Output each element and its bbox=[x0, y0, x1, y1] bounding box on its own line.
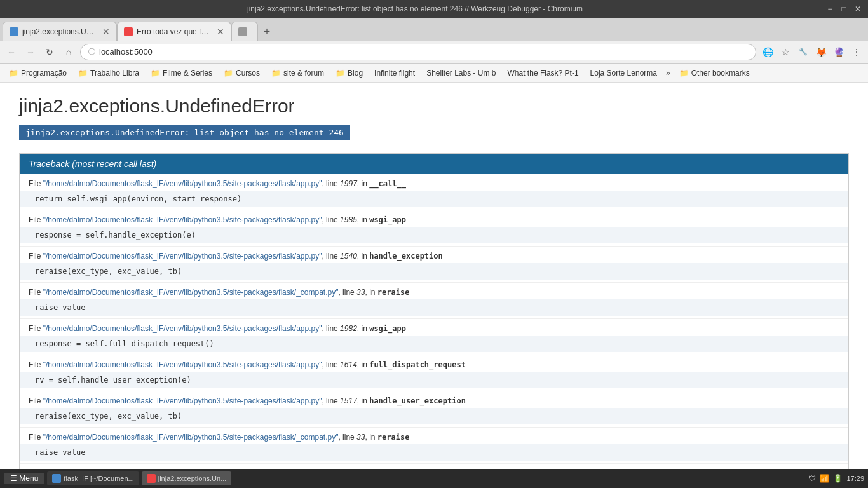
tab-close-1[interactable]: ✕ bbox=[102, 27, 110, 37]
traceback-file-0: File "/home/dalmo/Documentos/flask_IF/ve… bbox=[20, 174, 848, 191]
taskbar-item-1[interactable]: flask_IF [~/Documen... bbox=[47, 471, 139, 485]
bookmark-label-other: Other bookmarks bbox=[691, 69, 750, 78]
forward-button[interactable]: → bbox=[23, 44, 38, 60]
traceback-entry-4: File "/home/dalmo/Documentos/flask_IF/ve… bbox=[20, 319, 848, 355]
traceback-func-0: __call__ bbox=[369, 179, 406, 188]
address-field[interactable]: ⓘ localhost:5000 bbox=[80, 44, 756, 60]
traceback-code-3: raise value bbox=[20, 299, 848, 316]
traceback-file-6: File "/home/dalmo/Documentos/flask_IF/ve… bbox=[20, 391, 848, 408]
menu-icon[interactable]: ⋮ bbox=[849, 44, 864, 60]
traceback-file-link-6[interactable]: "/home/dalmo/Documentos/flask_IF/venv/li… bbox=[43, 396, 322, 405]
tab-favicon-1 bbox=[10, 27, 18, 36]
bookmark-star-icon[interactable]: ☆ bbox=[778, 44, 793, 60]
new-tab-button[interactable]: + bbox=[258, 23, 276, 41]
bookmark-label-4: Cursos bbox=[236, 69, 260, 78]
extension-icon-3[interactable]: 🔮 bbox=[831, 44, 846, 60]
url-text: localhost:5000 bbox=[99, 47, 153, 57]
maximize-button[interactable]: □ bbox=[839, 4, 849, 14]
bookmark-loja[interactable]: Loja Sorte Lenorma bbox=[585, 67, 662, 79]
bookmark-blog[interactable]: 📁 Blog bbox=[330, 67, 368, 79]
traceback-entry-1: File "/home/dalmo/Documentos/flask_IF/ve… bbox=[20, 210, 848, 247]
taskbar-item-2[interactable]: jinja2.exceptions.Un... bbox=[142, 471, 232, 485]
traceback-file-3: File "/home/dalmo/Documentos/flask_IF/ve… bbox=[20, 283, 848, 299]
bookmark-trabalho[interactable]: 📁 Trabalho Libra bbox=[73, 67, 144, 79]
error-title: jinja2.exceptions.UndefinedError bbox=[19, 95, 849, 117]
system-tray: 🛡 📶 🔋 17:29 bbox=[808, 474, 864, 483]
close-button[interactable]: ✕ bbox=[853, 4, 863, 14]
minimize-button[interactable]: − bbox=[825, 4, 835, 14]
address-bar-row: ← → ↻ ⌂ ⓘ localhost:5000 🌐 ☆ 🔧 🦊 🔮 ⋮ bbox=[0, 41, 868, 64]
traceback-line-6: 1517 bbox=[340, 396, 357, 405]
bookmark-programacao[interactable]: 📁 Programação bbox=[4, 67, 72, 79]
traceback-header: Traceback (most recent call last) bbox=[20, 154, 848, 174]
bookmark-site[interactable]: 📁 site & forum bbox=[266, 67, 329, 79]
traceback-func-1: wsgi_app bbox=[369, 215, 406, 224]
tab-title-1: jinja2.exceptions.Unde bbox=[22, 27, 97, 36]
bookmark-label-8: Shellter Labs - Um b bbox=[426, 69, 496, 78]
taskbar: ☰ Menu flask_IF [~/Documen... jinja2.exc… bbox=[0, 469, 868, 488]
traceback-file-4: File "/home/dalmo/Documentos/flask_IF/ve… bbox=[20, 319, 848, 336]
bookmark-label-6: Blog bbox=[348, 69, 363, 78]
traceback-file-link-3[interactable]: "/home/dalmo/Documentos/flask_IF/venv/li… bbox=[43, 288, 339, 297]
traceback-file-link-2[interactable]: "/home/dalmo/Documentos/flask_IF/venv/li… bbox=[43, 252, 322, 261]
traceback-file-link-0[interactable]: "/home/dalmo/Documentos/flask_IF/venv/li… bbox=[43, 179, 322, 188]
bookmarks-overflow[interactable]: » bbox=[663, 67, 673, 79]
home-button[interactable]: ⌂ bbox=[61, 44, 76, 60]
battery-tray-icon: 🔋 bbox=[833, 474, 843, 483]
traceback-code-4: response = self.full_dispatch_request() bbox=[20, 336, 848, 352]
back-button[interactable]: ← bbox=[4, 44, 19, 60]
taskbar-label-2: jinja2.exceptions.Un... bbox=[158, 475, 227, 482]
traceback-func-6: handle_user_exception bbox=[369, 396, 466, 405]
tab-favicon-3 bbox=[238, 27, 247, 36]
translate-icon[interactable]: 🌐 bbox=[760, 44, 775, 60]
bookmark-shellter[interactable]: Shellter Labs - Um b bbox=[421, 67, 501, 79]
bookmark-infinite-flight[interactable]: Infinite flight bbox=[369, 67, 420, 79]
traceback-line-4: 1982 bbox=[340, 324, 357, 333]
traceback-line-2: 1540 bbox=[340, 252, 357, 261]
traceback-func-3: reraise bbox=[377, 288, 410, 297]
network-tray-icon: 📶 bbox=[820, 474, 829, 483]
traceback-file-link-1[interactable]: "/home/dalmo/Documentos/flask_IF/venv/li… bbox=[43, 215, 322, 224]
traceback-file-link-5[interactable]: "/home/dalmo/Documentos/flask_IF/venv/li… bbox=[43, 360, 322, 369]
tab-favicon-2 bbox=[124, 27, 133, 36]
traceback-code-2: reraise(exc_type, exc_value, tb) bbox=[20, 263, 848, 280]
start-button[interactable]: ☰ Menu bbox=[4, 473, 44, 484]
traceback-file-link-7[interactable]: "/home/dalmo/Documentos/flask_IF/venv/li… bbox=[43, 433, 339, 442]
folder-icon-1: 📁 bbox=[9, 69, 18, 78]
traceback-entry-5: File "/home/dalmo/Documentos/flask_IF/ve… bbox=[20, 355, 848, 391]
traceback-file-link-4[interactable]: "/home/dalmo/Documentos/flask_IF/venv/li… bbox=[43, 324, 322, 333]
traceback-func-5: full_dispatch_request bbox=[369, 360, 466, 369]
error-message: jinja2.exceptions.UndefinedError: list o… bbox=[19, 125, 350, 140]
traceback-code-0: return self.wsgi_app(environ, start_resp… bbox=[20, 191, 848, 207]
tab-title-2: Erro toda vez que faço bbox=[137, 27, 212, 36]
bookmarks-bar: 📁 Programação 📁 Trabalho Libra 📁 Filme &… bbox=[0, 64, 868, 83]
bookmark-flask[interactable]: What the Flask? Pt-1 bbox=[503, 67, 584, 79]
bookmark-other[interactable]: 📁 Other bookmarks bbox=[674, 67, 755, 79]
tab-3[interactable] bbox=[231, 22, 258, 41]
page-content: jinja2.exceptions.UndefinedError jinja2.… bbox=[0, 83, 868, 488]
tab-2[interactable]: Erro toda vez que faço ✕ bbox=[117, 22, 231, 41]
traceback-code-6: reraise(exc_type, exc_value, tb) bbox=[20, 408, 848, 424]
traceback-entry-6: File "/home/dalmo/Documentos/flask_IF/ve… bbox=[20, 391, 848, 428]
folder-icon-6: 📁 bbox=[336, 69, 345, 78]
bookmark-cursos[interactable]: 📁 Cursos bbox=[219, 67, 265, 79]
traceback-code-5: rv = self.handle_user_exception(e) bbox=[20, 372, 848, 388]
title-bar: jinja2.exceptions.UndefinedError: list o… bbox=[0, 0, 868, 18]
traceback-entry-3: File "/home/dalmo/Documentos/flask_IF/ve… bbox=[20, 283, 848, 319]
bookmark-filme[interactable]: 📁 Filme & Series bbox=[146, 67, 217, 79]
bookmark-label-2: Trabalho Libra bbox=[90, 69, 139, 78]
extension-icon-1[interactable]: 🔧 bbox=[796, 44, 811, 60]
traceback-entry-2: File "/home/dalmo/Documentos/flask_IF/ve… bbox=[20, 247, 848, 283]
window-title: jinja2.exceptions.UndefinedError: list o… bbox=[5, 4, 825, 13]
bookmark-label-10: Loja Sorte Lenorma bbox=[590, 69, 657, 78]
bookmark-label-9: What the Flask? Pt-1 bbox=[508, 69, 579, 78]
traceback-line-5: 1614 bbox=[340, 360, 357, 369]
shield-tray-icon: 🛡 bbox=[808, 474, 816, 483]
traceback-code-7: raise value bbox=[20, 444, 848, 461]
folder-icon-other: 📁 bbox=[679, 69, 689, 78]
extension-icon-2[interactable]: 🦊 bbox=[813, 44, 829, 60]
tab-1[interactable]: jinja2.exceptions.Unde ✕ bbox=[3, 22, 117, 41]
tab-close-2[interactable]: ✕ bbox=[217, 27, 224, 37]
traceback-entries: File "/home/dalmo/Documentos/flask_IF/ve… bbox=[20, 174, 848, 488]
reload-button[interactable]: ↻ bbox=[42, 44, 57, 60]
